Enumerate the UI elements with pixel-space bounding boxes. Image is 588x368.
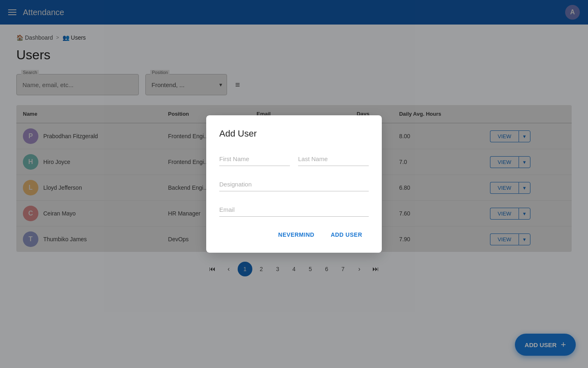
first-name-field: [219, 152, 290, 166]
email-input[interactable]: [219, 203, 369, 217]
designation-input[interactable]: [219, 177, 369, 191]
last-name-field: [298, 152, 369, 166]
designation-field: [219, 177, 369, 191]
name-row: [219, 152, 369, 166]
modal-overlay: Add User NEVERMIND ADD USER: [0, 0, 588, 368]
first-name-input[interactable]: [219, 152, 290, 166]
last-name-input[interactable]: [298, 152, 369, 166]
email-field: [219, 203, 369, 217]
modal-title: Add User: [219, 128, 369, 139]
nevermind-button[interactable]: NEVERMIND: [272, 228, 321, 241]
modal-add-user-button[interactable]: ADD USER: [324, 228, 369, 241]
modal-actions: NEVERMIND ADD USER: [219, 228, 369, 241]
add-user-modal: Add User NEVERMIND ADD USER: [206, 115, 382, 253]
